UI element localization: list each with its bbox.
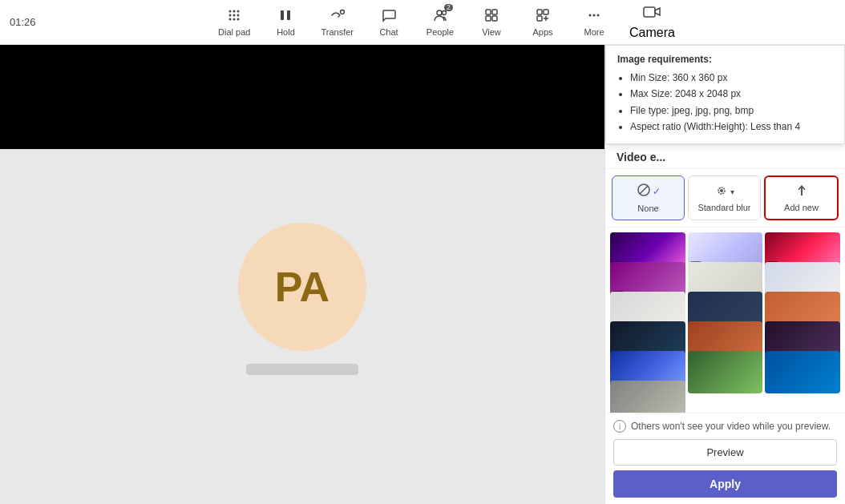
more-label: More [584, 27, 604, 37]
toolbar-item-view[interactable]: View [467, 2, 515, 42]
apps-icon [535, 7, 551, 26]
preview-button[interactable]: Preview [613, 439, 837, 466]
svg-rect-16 [486, 16, 491, 21]
svg-point-0 [229, 10, 232, 13]
dial-pad-icon [226, 7, 242, 26]
option-none[interactable]: ✓ None [612, 175, 685, 220]
option-add-new[interactable]: Add new [764, 175, 839, 220]
camera-label: Camera [629, 26, 675, 40]
svg-rect-26 [644, 7, 655, 17]
svg-point-7 [233, 18, 236, 21]
svg-point-13 [443, 11, 447, 15]
dial-pad-label: Dial pad [218, 27, 250, 37]
view-icon [483, 7, 499, 26]
thumb-14[interactable] [688, 351, 763, 393]
svg-rect-10 [287, 10, 290, 20]
svg-rect-14 [486, 10, 491, 14]
name-bar [246, 364, 358, 375]
svg-point-8 [237, 18, 240, 21]
thumb-16[interactable] [610, 381, 685, 413]
image-requirements-tooltip: Image requirements: Min Size: 360 x 360 … [605, 45, 845, 144]
hold-icon [277, 7, 293, 26]
svg-point-11 [340, 10, 344, 14]
svg-point-6 [229, 18, 232, 21]
svg-rect-20 [537, 16, 542, 21]
panel-bottom: i Others won't see your video while you … [605, 413, 845, 504]
svg-rect-18 [537, 10, 542, 14]
people-label: People [427, 27, 454, 37]
toolbar-item-people[interactable]: 2 People [416, 2, 464, 42]
svg-point-3 [229, 14, 232, 17]
transfer-icon [330, 7, 346, 26]
blur-icon [714, 183, 729, 200]
add-new-label: Add new [784, 203, 819, 212]
tooltip-item-2: Max Size: 2048 x 2048 px [630, 86, 833, 102]
toolbar-item-hold[interactable]: Hold [261, 2, 309, 42]
thumb-15[interactable] [765, 351, 840, 393]
svg-point-12 [437, 10, 442, 15]
blur-chevron: ▾ [730, 187, 734, 196]
tooltip-title: Image requirements: [617, 54, 833, 65]
panel-header: Video e... [605, 141, 845, 169]
svg-point-25 [597, 14, 600, 17]
info-row: i Others won't see your video while you … [613, 420, 837, 433]
effects-panel: Image requirements: Min Size: 360 x 360 … [604, 45, 845, 504]
none-icon [637, 183, 651, 200]
toolbar-item-more[interactable]: More [570, 2, 618, 42]
more-icon [586, 7, 602, 26]
svg-rect-9 [281, 10, 284, 20]
chat-icon [381, 7, 397, 26]
avatar-initials: PA [275, 263, 330, 311]
toolbar-item-transfer[interactable]: Transfer [313, 2, 362, 42]
view-label: View [482, 27, 501, 37]
option-standard-blur[interactable]: ▾ Standard blur [688, 175, 761, 220]
none-label: None [637, 204, 658, 213]
hold-label: Hold [277, 27, 295, 37]
toolbar-item-dial-pad[interactable]: Dial pad [210, 2, 258, 42]
info-text: Others won't see your video while you pr… [631, 421, 831, 432]
info-icon: i [613, 420, 626, 433]
svg-line-28 [640, 186, 648, 194]
toolbar-items: Dial pad Hold Transfer Chat 2 Pe [58, 0, 835, 45]
bg-options-row: ✓ None ▾ Standard blur Add new [605, 169, 845, 228]
main-area: PA Image requirements: Min Size: 360 x 3… [0, 45, 845, 504]
avatar: PA [238, 223, 366, 351]
svg-point-4 [233, 14, 236, 17]
tooltip-list: Min Size: 360 x 360 px Max Size: 2048 x … [617, 70, 833, 135]
toolbar-item-chat[interactable]: Chat [365, 2, 413, 42]
people-icon: 2 [432, 7, 448, 26]
svg-rect-17 [492, 16, 497, 21]
svg-point-24 [593, 14, 596, 17]
tooltip-item-4: Aspect ratio (Width:Height): Less than 4 [630, 119, 833, 135]
toolbar: 01:26 Dial pad Hold Transfer Chat [0, 0, 845, 45]
toolbar-item-camera[interactable]: Camera [621, 0, 683, 45]
video-preview [0, 45, 604, 149]
blur-label: Standard blur [697, 203, 750, 212]
apply-button[interactable]: Apply [613, 470, 837, 498]
none-check: ✓ [653, 186, 661, 197]
tooltip-item-1: Min Size: 360 x 360 px [630, 70, 833, 86]
svg-point-1 [233, 10, 236, 13]
svg-point-5 [237, 14, 240, 17]
svg-point-30 [720, 189, 723, 192]
call-view: PA [0, 45, 604, 504]
tooltip-item-3: File type: jpeg, jpg, png, bmp [630, 103, 833, 119]
add-new-icon [794, 183, 809, 200]
chat-label: Chat [379, 27, 398, 37]
camera-icon [643, 4, 661, 24]
apps-label: Apps [532, 27, 552, 37]
call-time: 01:26 [10, 16, 42, 28]
svg-point-2 [237, 10, 240, 13]
transfer-label: Transfer [321, 27, 354, 37]
toolbar-item-apps[interactable]: Apps [519, 2, 567, 42]
svg-rect-19 [544, 10, 548, 14]
svg-point-23 [589, 14, 592, 17]
svg-rect-15 [492, 10, 497, 14]
thumbnails-grid: ▶ ▶ ▶ ▶ [605, 228, 845, 413]
